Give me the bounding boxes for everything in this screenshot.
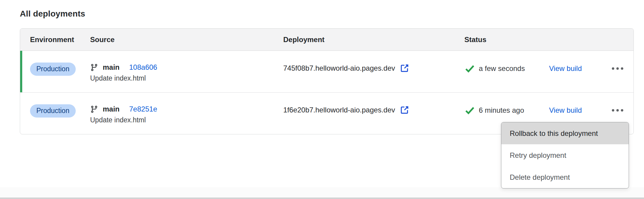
branch-name: main (103, 63, 120, 72)
menu-item-rollback[interactable]: Rollback to this deployment (501, 122, 629, 144)
current-deployment-indicator (20, 51, 22, 92)
deployment-url: 1f6e20b7.helloworld-aio.pages.dev (283, 106, 395, 114)
row-actions-menu: Rollback to this deployment Retry deploy… (501, 122, 629, 188)
commit-link[interactable]: 7e8251e (129, 105, 157, 113)
table-header-row: Environment Source Deployment Status (20, 29, 633, 51)
menu-item-retry[interactable]: Retry deployment (501, 144, 629, 166)
view-build-link[interactable]: View build (549, 106, 582, 115)
header-status: Status (464, 35, 633, 44)
branch-name: main (103, 105, 120, 113)
header-environment: Environment (30, 35, 90, 44)
table-row: Production main 108a606 Update index.htm… (20, 51, 633, 93)
deployment-cell: 1f6e20b7.helloworld-aio.pages.dev (283, 105, 464, 115)
header-source: Source (90, 35, 283, 44)
status-time: a few seconds (479, 64, 525, 73)
status-time: 6 minutes ago (479, 106, 524, 115)
ellipsis-icon (612, 109, 614, 112)
environment-badge: Production (30, 63, 76, 76)
deployments-page: All deployments Environment Source Deplo… (0, 0, 644, 134)
deployment-url: 745f08b7.helloworld-aio.pages.dev (283, 64, 395, 72)
page-title: All deployments (20, 9, 644, 19)
check-icon (464, 63, 475, 74)
menu-item-delete[interactable]: Delete deployment (501, 166, 629, 188)
deployments-table: Environment Source Deployment Status Pro… (20, 28, 634, 134)
row-actions-button[interactable] (612, 64, 623, 73)
environment-cell: Production (30, 105, 90, 118)
external-link-icon[interactable] (399, 105, 409, 115)
commit-message: Update index.html (90, 116, 283, 124)
row-actions-button[interactable] (612, 106, 623, 115)
deployment-cell: 745f08b7.helloworld-aio.pages.dev (283, 63, 464, 73)
commit-message: Update index.html (90, 74, 283, 82)
page-bottom-divider (0, 197, 644, 199)
header-deployment: Deployment (283, 35, 464, 44)
check-icon (464, 105, 475, 116)
view-build-link[interactable]: View build (549, 64, 582, 73)
source-cell: main 108a606 Update index.html (90, 63, 283, 82)
git-branch-icon (90, 105, 98, 113)
status-cell: 6 minutes ago View build (464, 105, 633, 116)
git-branch-icon (90, 63, 98, 72)
commit-link[interactable]: 108a606 (129, 63, 157, 72)
environment-badge: Production (30, 104, 76, 118)
page-bottom-band (0, 187, 644, 197)
source-cell: main 7e8251e Update index.html (90, 105, 283, 124)
status-cell: a few seconds View build (464, 63, 633, 74)
external-link-icon[interactable] (399, 63, 409, 73)
environment-cell: Production (30, 63, 90, 76)
ellipsis-icon (612, 67, 614, 70)
